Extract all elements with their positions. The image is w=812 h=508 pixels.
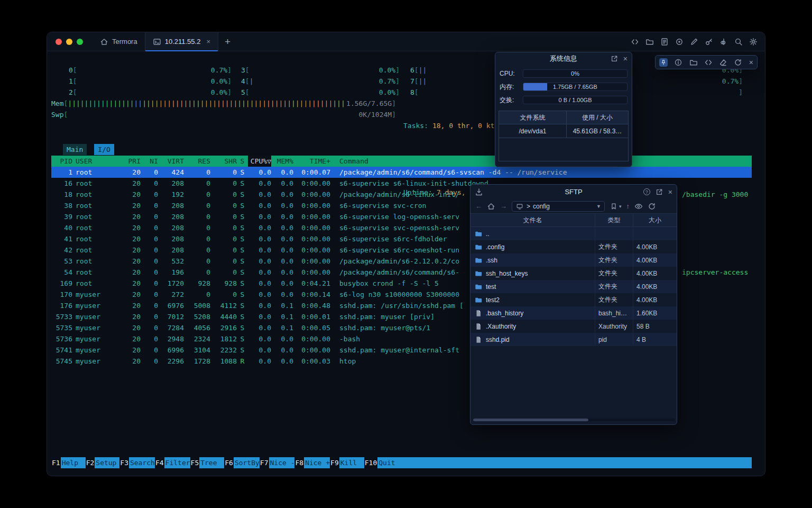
close-tab-icon[interactable]: × — [206, 38, 210, 46]
process-row[interactable]: 1root20042400S0.00.00:00.07/package/admi… — [51, 167, 752, 178]
function-key[interactable]: F3Search — [119, 457, 155, 468]
file-type: 文件夹 — [595, 280, 633, 293]
sftp-toolbar: ← → > config ▼ ▾ ↑ — [470, 199, 677, 213]
parent-directory-icon[interactable]: ↑ — [626, 203, 630, 210]
file-name: .bash_history — [486, 310, 523, 317]
log-icon[interactable] — [660, 38, 669, 46]
file-row[interactable]: .config 文件夹 4.00KB — [470, 240, 677, 253]
function-key[interactable]: F2Setup — [86, 457, 120, 468]
cpu-meter: 1[0.0%] — [69, 76, 232, 87]
highlight-icon[interactable] — [719, 38, 728, 46]
record-icon[interactable] — [675, 38, 684, 46]
file-name: .ssh — [486, 257, 497, 264]
folder-icon — [475, 270, 482, 277]
edit-icon[interactable] — [690, 38, 698, 46]
path-breadcrumb[interactable]: > config ▼ — [512, 201, 605, 212]
function-key[interactable]: F4Filter — [155, 457, 190, 468]
file-type — [595, 227, 633, 240]
search-icon[interactable] — [734, 38, 743, 46]
memory-usage-row: 内存: 1.75GB / 7.65GB — [500, 82, 628, 92]
file-row[interactable]: .. — [470, 227, 677, 240]
home-icon[interactable] — [487, 202, 495, 211]
file-type: 文件夹 — [595, 267, 633, 280]
tab-label: 10.211.55.2 — [165, 38, 201, 46]
function-key[interactable]: F5Tree — [190, 457, 225, 468]
file-size — [633, 227, 677, 240]
new-tab-button[interactable]: + — [225, 37, 230, 47]
file-row[interactable]: ssh_host_keys 文件夹 4.00KB — [470, 267, 677, 280]
function-key[interactable]: F9Kill — [330, 457, 364, 468]
file-name: ssh_host_keys — [486, 270, 528, 277]
file-size: 4.00KB — [633, 280, 677, 293]
file-type: bash_hi… — [595, 306, 633, 320]
file-row[interactable]: test2 文件夹 4.00KB — [470, 293, 677, 306]
folder-icon — [475, 230, 482, 238]
function-key[interactable]: F10Quit — [364, 457, 402, 468]
sftp-title-bar: SFTP ? × — [470, 185, 677, 199]
cpu-usage-row: CPU: 0% — [500, 69, 628, 78]
function-key[interactable]: F8Nice + — [294, 457, 330, 468]
file-size: 4.00KB — [633, 253, 677, 267]
file-row[interactable]: .ssh 文件夹 4.00KB — [470, 253, 677, 267]
code-icon[interactable] — [704, 58, 713, 67]
function-key[interactable]: F1Help — [51, 457, 86, 468]
close-toolbar-icon[interactable]: × — [749, 59, 753, 66]
file-row[interactable]: test 文件夹 4.00KB — [470, 280, 677, 293]
forward-icon[interactable]: → — [500, 203, 507, 210]
floating-toolbar: × — [655, 55, 758, 69]
open-in-window-icon[interactable] — [610, 55, 619, 63]
tab-bar: Termora 10.211.55.2 × + — [47, 32, 765, 51]
chevron-down-icon[interactable]: ▼ — [596, 204, 601, 209]
minimize-window-button[interactable] — [66, 39, 72, 45]
show-hidden-eye-icon[interactable] — [634, 202, 643, 211]
close-panel-icon[interactable]: × — [668, 188, 672, 196]
cpu-meter: 3[0.0%] — [241, 65, 400, 76]
filesystem-row[interactable]: /dev/vda1 45.61GB / 58.3… — [499, 124, 628, 138]
column-header-type[interactable]: 类型 — [595, 214, 633, 226]
swap-usage-bar: 0 B / 1.00GB — [523, 96, 628, 104]
swap-usage-row: 交换: 0 B / 1.00GB — [500, 95, 628, 105]
folder-icon[interactable] — [645, 38, 654, 46]
transfers-icon[interactable] — [475, 188, 483, 196]
file-row[interactable]: .bash_history bash_hi… 1.60KB — [470, 306, 677, 320]
file-name: sshd.pid — [486, 336, 510, 343]
filesystem-table: 文件系统 使用 / 大小 /dev/vda1 45.61GB / 58.3… — [499, 111, 629, 161]
htop-tab-main[interactable]: Main — [63, 144, 87, 155]
close-panel-icon[interactable]: × — [623, 55, 628, 62]
tab-session[interactable]: 10.211.55.2 × — [145, 32, 218, 51]
open-in-window-icon[interactable] — [655, 188, 663, 196]
file-row[interactable]: .Xauthority Xauthority 58 B — [470, 320, 677, 333]
code-icon[interactable] — [631, 38, 639, 46]
clean-icon[interactable] — [719, 58, 727, 67]
cpu-usage-bar: 0% — [523, 69, 628, 78]
settings-gear-icon[interactable] — [749, 38, 758, 46]
refresh-icon[interactable] — [734, 58, 742, 67]
refresh-icon[interactable] — [648, 202, 656, 211]
close-window-button[interactable] — [56, 39, 62, 45]
function-key[interactable]: F7Nice - — [260, 457, 295, 468]
process-table-header[interactable]: PIDUSERPRINIVIRTRESSHRSCPU%▽MEM%TIME+Com… — [51, 156, 752, 167]
file-row[interactable]: sshd.pid pid 4 B — [470, 333, 677, 346]
bookmark-control[interactable]: ▾ — [610, 202, 622, 211]
column-header-name[interactable]: 文件名 — [470, 214, 595, 226]
help-icon[interactable]: ? — [643, 188, 650, 195]
back-icon[interactable]: ← — [475, 203, 482, 210]
column-header-size[interactable]: 大小 — [633, 214, 677, 226]
panel-title: SFTP — [565, 188, 582, 196]
zoom-window-button[interactable] — [77, 39, 83, 45]
app-window: Termora 10.211.55.2 × + — [47, 32, 765, 476]
system-info-title-bar: 系统信息 × — [495, 52, 632, 65]
terminal-icon — [153, 38, 161, 46]
function-key[interactable]: F6SortBy — [224, 457, 260, 468]
file-icon — [475, 310, 482, 317]
key-icon[interactable] — [705, 38, 713, 46]
htop-view-tabs: Main I/O — [63, 144, 114, 155]
file-table-header: 文件名 类型 大小 — [470, 213, 677, 227]
tab-termora-home[interactable]: Termora — [93, 32, 145, 51]
info-icon[interactable] — [674, 58, 682, 67]
breadcrumb-segment[interactable]: config — [533, 203, 550, 210]
folder-icon[interactable] — [689, 58, 698, 67]
pin-icon[interactable] — [659, 58, 668, 67]
htop-tab-io[interactable]: I/O — [94, 144, 114, 155]
scrollbar-thumb[interactable] — [473, 419, 588, 421]
